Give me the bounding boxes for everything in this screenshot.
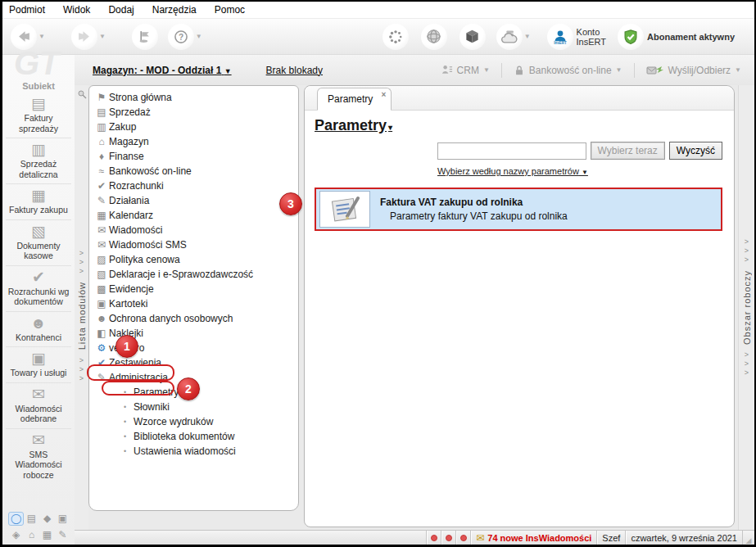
tree-item-label: Kartoteki bbox=[109, 298, 147, 310]
module-shortcut-icon[interactable]: ⌂ bbox=[24, 528, 39, 542]
tree-item-icon: ▦ bbox=[94, 210, 109, 221]
collapse-chevron-icon: > bbox=[79, 267, 84, 276]
tree-item[interactable]: ✔ Rozrachunki bbox=[94, 179, 295, 193]
module-item[interactable]: ▤ Faktury sprzedaży bbox=[6, 93, 71, 138]
wyslij-odbierz-button[interactable]: Wyślij/Odbierz ▼ bbox=[640, 64, 749, 76]
module-shortcut-icon[interactable]: ▦ bbox=[39, 528, 55, 542]
tree-item-label: Polityka cenowa bbox=[109, 254, 180, 265]
tree-item[interactable]: ⚑ Strona główna bbox=[94, 90, 295, 105]
module-shortcut-icon[interactable]: ◆ bbox=[39, 512, 55, 526]
module-item[interactable]: ▥ Sprzedaż detaliczna bbox=[6, 138, 71, 184]
help-dropdown[interactable]: ▼ bbox=[196, 33, 202, 40]
tree-item[interactable]: ⌂ Magazyn bbox=[94, 134, 295, 149]
nav-forward-button[interactable] bbox=[71, 24, 97, 50]
result-icon-box bbox=[319, 191, 370, 228]
annotation-box-administracja bbox=[87, 364, 174, 381]
page-title[interactable]: Parametry▾ bbox=[315, 117, 392, 134]
collapse-chevron-icon: > bbox=[745, 359, 749, 368]
module-shortcut-icon[interactable]: ◯ bbox=[8, 512, 24, 526]
tree-subitem[interactable]: • Biblioteka dokumentów bbox=[94, 429, 295, 444]
tree-item-icon: ✔ bbox=[94, 180, 109, 192]
parameter-search-input[interactable] bbox=[437, 142, 586, 160]
tree-item[interactable]: ✉ Wiadomości SMS bbox=[94, 237, 295, 252]
module-shortcut-icon[interactable]: ✎ bbox=[55, 528, 70, 542]
bankowosc-button[interactable]: Bankowość on-line ▼ bbox=[507, 65, 629, 76]
flag-button[interactable] bbox=[132, 24, 158, 50]
cloud-database-icon bbox=[501, 29, 518, 45]
module-item[interactable]: ▣ Towary i usługi bbox=[6, 347, 71, 383]
module-shortcut-icon[interactable]: ◈ bbox=[8, 528, 24, 542]
menu-item[interactable]: Pomoc bbox=[215, 4, 245, 16]
tree-subitem[interactable]: • Słowniki bbox=[94, 400, 295, 414]
magazyn-selector[interactable]: Magazyn: - MOD - Oddział 1 ▼ bbox=[93, 65, 232, 76]
parameter-result-item[interactable]: Faktura VAT zakupu od rolnika Parametry … bbox=[315, 188, 722, 231]
tree-item[interactable]: ▦ Kalendarz bbox=[94, 208, 295, 223]
tree-item[interactable]: ▧ Deklaracje i e-Sprawozdawczość bbox=[94, 267, 295, 282]
nav-back-dropdown[interactable]: ▼ bbox=[38, 33, 45, 40]
module-item[interactable]: ▦ Faktury zakupu bbox=[6, 184, 71, 220]
menu-item[interactable]: Dodaj bbox=[108, 4, 134, 16]
menu-item[interactable]: Widok bbox=[63, 4, 90, 16]
help-button[interactable]: ? bbox=[168, 24, 194, 50]
module-label: Kontrahenci bbox=[6, 332, 71, 343]
module-item[interactable]: ▧ Dokumenty kasowe bbox=[6, 220, 71, 266]
tree-item-label: Zakup bbox=[109, 121, 136, 133]
tree-item-label: Bankowość on-line bbox=[109, 165, 192, 177]
tree-item[interactable]: ≈ Bankowość on-line bbox=[94, 164, 295, 179]
annotation-step-3: 3 bbox=[279, 192, 302, 215]
tree-subitem[interactable]: • Ustawienia wiadomości bbox=[94, 444, 295, 459]
inswiadomosci-cell[interactable]: ✉ 74 nowe InsWiadomości bbox=[470, 531, 596, 545]
resize-grip[interactable]: ◢ bbox=[742, 531, 754, 545]
tree-item[interactable]: ▥ Zakup bbox=[94, 120, 295, 134]
nav-forward-dropdown[interactable]: ▼ bbox=[99, 33, 106, 40]
tree-subitem[interactable]: • Wzorce wydruków bbox=[94, 414, 295, 429]
pin-icon[interactable] bbox=[77, 90, 87, 102]
obszar-roboczy-strip[interactable]: > > > Obszar roboczy > > > bbox=[738, 85, 754, 530]
status-indicator-3 bbox=[455, 531, 470, 545]
vendero-sync-button[interactable] bbox=[383, 24, 409, 50]
tree-item[interactable]: ♦ Finanse bbox=[94, 149, 295, 164]
module-list: ▤ Faktury sprzedaży ▥ Sprzedaż detaliczn… bbox=[2, 93, 75, 484]
crm-button[interactable]: CRM ▼ bbox=[434, 64, 496, 76]
tab-close-icon[interactable]: × bbox=[382, 90, 387, 99]
module-icon: ✉ bbox=[6, 432, 71, 450]
tree-item[interactable]: ☻ Ochrona danych osobowych bbox=[94, 311, 295, 326]
konto-insert-button[interactable]: InsERT bbox=[547, 24, 573, 50]
tree-item[interactable]: ▨ Polityka cenowa bbox=[94, 252, 295, 267]
tree-item[interactable]: ▩ Ewidencje bbox=[94, 282, 295, 296]
collapse-chevron-icon: > bbox=[79, 374, 84, 383]
tree-subitem-label: Ustawienia wiadomości bbox=[134, 445, 236, 457]
cube-button[interactable] bbox=[459, 24, 486, 50]
konto-insert-label: KontoInsERT bbox=[577, 27, 606, 47]
red-dot-icon bbox=[446, 535, 452, 541]
tree-item[interactable]: ▤ Sprzedaż bbox=[94, 105, 295, 120]
module-icon: ▧ bbox=[6, 223, 71, 241]
blokada-link[interactable]: Brak blokady bbox=[266, 65, 323, 76]
lista-modulow-strip[interactable]: > > > Lista modułów > > > bbox=[75, 85, 88, 530]
abonament-button[interactable] bbox=[618, 24, 644, 50]
filter-by-name-link[interactable]: Wybierz według nazwy parametrów ▼ bbox=[437, 166, 588, 176]
tree-item-icon: ≈ bbox=[94, 165, 109, 177]
bullet-icon: • bbox=[124, 432, 134, 441]
module-item[interactable]: ☻ Kontrahenci bbox=[6, 312, 71, 348]
cloud-dropdown[interactable]: ▼ bbox=[524, 33, 531, 40]
module-item[interactable]: ✔ Rozrachunki wg dokumentów bbox=[6, 266, 71, 312]
tree-item-label: Działania bbox=[109, 195, 149, 206]
module-item[interactable]: ✉ SMS Wiadomości robocze bbox=[6, 429, 71, 485]
cloud-database-button[interactable] bbox=[496, 24, 523, 50]
menu-item[interactable]: Narzędzia bbox=[152, 4, 197, 16]
tree-item[interactable]: ▣ Kartoteki bbox=[94, 296, 295, 311]
tab-parametry[interactable]: Parametry × bbox=[317, 88, 392, 111]
tree-item-icon: ▧ bbox=[94, 269, 109, 280]
module-shortcut-icon[interactable]: ▤ bbox=[24, 512, 39, 526]
tree-item[interactable]: ✎ Działania bbox=[94, 193, 295, 208]
module-shortcut-icon[interactable]: ▣ bbox=[55, 512, 70, 526]
crm-caret-icon: ▼ bbox=[483, 66, 490, 74]
menu-item[interactable]: Podmiot bbox=[9, 4, 45, 16]
globe-button[interactable] bbox=[421, 24, 447, 50]
module-item[interactable]: ✉ Wiadomości odebrane bbox=[6, 383, 71, 429]
abonament-label: Abonament aktywny bbox=[647, 32, 735, 42]
wyczysc-button[interactable]: Wyczyść bbox=[669, 142, 722, 160]
wybierz-teraz-button[interactable]: Wybierz teraz bbox=[591, 142, 665, 160]
tree-item[interactable]: ✉ Wiadomości bbox=[94, 223, 295, 237]
